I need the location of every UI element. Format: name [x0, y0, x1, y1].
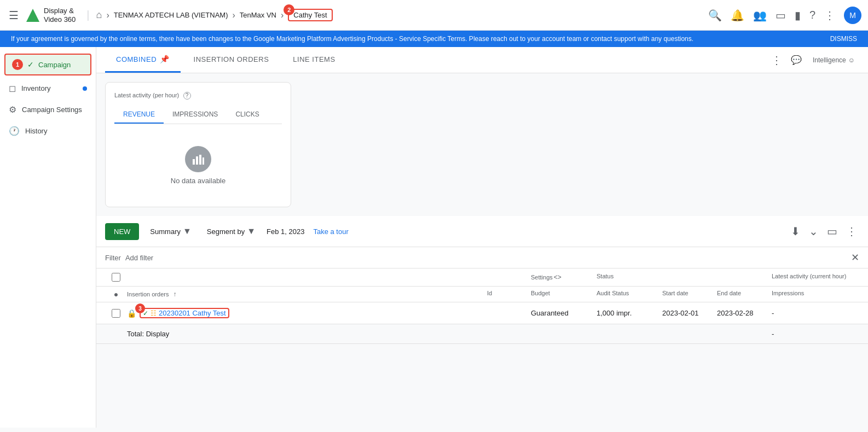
svg-rect-3 [199, 155, 201, 165]
tab-insertion-orders[interactable]: INSERTION ORDERS [183, 48, 280, 73]
table-row: 🔒 3 ✓ ☷ 20230201 Cathy Test Guaranteed 1… [96, 302, 868, 324]
toolbar: NEW Summary ▼ Segment by ▼ Feb 1, 2023 T… [96, 216, 868, 247]
filter-bar: Filter Add filter ✕ [96, 247, 868, 268]
avatar[interactable]: M [844, 7, 861, 24]
bar-chart-icon[interactable]: ▮ [795, 9, 801, 22]
tabs-more-options-icon[interactable]: ⋮ [769, 51, 784, 69]
svg-rect-1 [193, 159, 195, 165]
row-name-col: 🔒 3 ✓ ☷ 20230201 Cathy Test [127, 308, 454, 318]
activity-tab-revenue[interactable]: REVENUE [114, 106, 164, 124]
logo-icon [25, 8, 40, 23]
table: Settings <> Status Latest activity (curr… [96, 268, 868, 344]
segment-chevron-icon: ▼ [247, 226, 256, 236]
combined-label: COMBINED [116, 55, 157, 63]
new-button[interactable]: NEW [105, 223, 139, 240]
svg-marker-0 [26, 9, 39, 22]
line-items-label: LINE ITEMS [293, 55, 335, 63]
activity-help-icon[interactable]: ? [183, 92, 191, 100]
sidebar-item-campaign[interactable]: 1 ✓ Campaign [4, 54, 91, 75]
header-sort-col [454, 273, 487, 282]
segment-by-dropdown[interactable]: Segment by ▼ [202, 224, 260, 238]
notification-banner: If your agreement is governed by the onl… [0, 31, 868, 47]
row-end-date-col: 2023-02-28 [717, 309, 772, 317]
header-id-col [487, 273, 531, 282]
sidebar-item-campaign-settings[interactable]: ⚙ Campaign Settings [0, 99, 96, 120]
copy-icon[interactable]: ▭ [776, 9, 786, 22]
nav-right-icons: 🔍 🔔 👥 ▭ ▮ ? ⋮ M [708, 7, 861, 24]
main-layout: 1 ✓ Campaign ◻ Inventory ⚙ Campaign Sett… [0, 47, 868, 428]
total-empty2 [487, 330, 531, 338]
summary-dropdown[interactable]: Summary ▼ [146, 224, 195, 238]
subheader-name: Insertion orders ↑ [127, 290, 454, 299]
intelligence-avatar-icon: ☺ [848, 56, 855, 64]
inventory-icon: ◻ [9, 83, 16, 94]
step-3-badge: 3 [135, 303, 145, 313]
total-empty6 [717, 330, 772, 338]
info-circle-icon: ● [114, 290, 118, 299]
select-all-checkbox[interactable] [112, 273, 120, 282]
nav-arrow-2: › [232, 10, 235, 20]
lock-icon: 🔒 [127, 309, 136, 318]
filter-close-icon[interactable]: ✕ [851, 252, 859, 264]
date-display: Feb 1, 2023 [267, 227, 304, 236]
search-icon[interactable]: 🔍 [708, 9, 722, 22]
take-a-tour-link[interactable]: Take a tour [313, 227, 348, 236]
row-checkbox[interactable] [112, 309, 120, 318]
total-empty1 [454, 330, 487, 338]
summary-label: Summary [150, 227, 181, 236]
banner-dismiss-button[interactable]: DISMISS [830, 35, 857, 43]
activity-tab-clicks[interactable]: CLICKS [227, 106, 268, 124]
logo: Display & Video 360 [25, 7, 76, 24]
tab-line-items[interactable]: LINE ITEMS [282, 48, 346, 73]
table-header: Settings <> Status Latest activity (curr… [96, 268, 868, 287]
home-icon[interactable]: ⌂ [96, 9, 102, 21]
sidebar-item-inventory[interactable]: ◻ Inventory [0, 78, 96, 99]
comment-icon[interactable]: 💬 [789, 52, 804, 67]
insertion-order-link[interactable]: 20230201 Cathy Test [159, 309, 226, 317]
help-icon[interactable]: ? [809, 9, 815, 21]
banner-text: If your agreement is governed by the onl… [11, 35, 693, 43]
people-icon[interactable]: 👥 [753, 9, 767, 22]
tab-combined[interactable]: COMBINED 📌 [105, 47, 181, 73]
expand-icon[interactable]: ⌄ [807, 223, 820, 240]
row-impressions-col: - [772, 309, 859, 317]
table-subheader: ● Insertion orders ↑ Id Budget Audit Sta… [96, 287, 868, 302]
badge-number: 2 [283, 4, 294, 15]
nav-crumb-tenmax[interactable]: TENMAX ADTECH LAB (VIETNAM) [114, 11, 228, 19]
header-empty-col [662, 273, 717, 282]
hamburger-menu[interactable]: ☰ [7, 7, 21, 24]
notifications-icon[interactable]: 🔔 [731, 9, 744, 22]
main-content: COMBINED 📌 INSERTION ORDERS LINE ITEMS ⋮… [96, 47, 868, 428]
code-icon: <> [554, 273, 562, 281]
subheader-id: Id [487, 290, 531, 299]
inventory-label: Inventory [21, 84, 50, 92]
subheader-impressions: Impressions [772, 290, 859, 299]
bar-chart-empty-icon [192, 153, 205, 166]
add-filter-button[interactable]: Add filter [125, 254, 153, 262]
header-latest-activity-col: Latest activity (current hour) [772, 273, 859, 282]
sidebar-item-history[interactable]: 🕐 History [0, 120, 96, 142]
download-icon[interactable]: ⬇ [789, 223, 802, 240]
row-type-col: Guaranteed [531, 309, 597, 317]
total-empty4 [597, 330, 662, 338]
toolbar-more-options-icon[interactable]: ⋮ [844, 223, 859, 240]
history-label: History [25, 127, 47, 135]
segment-label: Segment by [207, 227, 245, 236]
pin-icon: 📌 [160, 55, 170, 63]
top-navigation: ☰ Display & Video 360 | ⌂ › TENMAX ADTEC… [0, 0, 868, 31]
svg-rect-2 [196, 156, 198, 165]
activity-tab-impressions[interactable]: IMPRESSIONS [164, 106, 227, 124]
fullscreen-icon[interactable]: ▭ [825, 223, 840, 240]
cathy-test-breadcrumb[interactable]: 2 Cathy Test [288, 9, 332, 21]
sort-up-icon[interactable]: ↑ [173, 290, 176, 298]
activity-section: Latest activity (per hour) ? REVENUE IMP… [96, 73, 868, 216]
insertion-order-name-badge: 3 ✓ ☷ 20230201 Cathy Test [140, 308, 229, 318]
intelligence-label: Intelligence [813, 56, 846, 64]
intelligence-button[interactable]: Intelligence ☺ [808, 54, 859, 66]
header-name-col [127, 273, 454, 282]
grid-icon[interactable]: ⋮ [824, 9, 835, 22]
nav-crumb-tenmax-vn[interactable]: TenMax VN [240, 11, 276, 19]
svg-rect-4 [202, 157, 204, 165]
subheader-end-date: End date [717, 290, 772, 299]
no-data-text: No data available [171, 177, 225, 185]
